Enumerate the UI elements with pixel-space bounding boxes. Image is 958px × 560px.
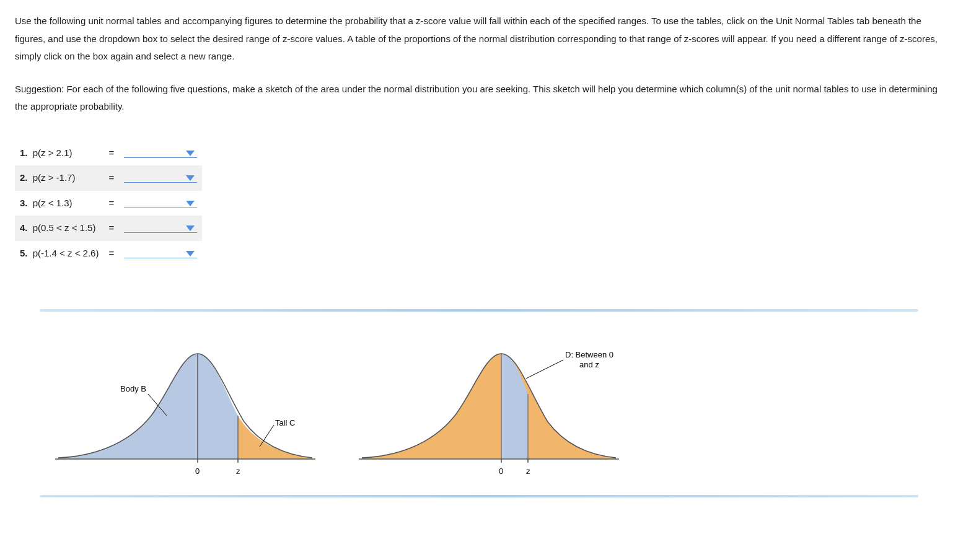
instructions-block: Use the following unit normal tables and… bbox=[15, 12, 943, 116]
answer-dropdown-1[interactable] bbox=[124, 151, 197, 158]
intro-paragraph-1: Use the following unit normal tables and… bbox=[15, 12, 943, 66]
axis-zero-label: 0 bbox=[195, 464, 200, 479]
equals-sign: = bbox=[103, 241, 119, 266]
question-number: 1. bbox=[20, 147, 30, 158]
svg-line-13 bbox=[526, 360, 563, 378]
chevron-down-icon bbox=[186, 175, 195, 181]
question-row-2: 2. p(z > -1.7) = bbox=[15, 165, 202, 191]
questions-table: 1. p(z > 2.1) = 2. p(z > -1.7) = 3. p(z … bbox=[15, 141, 202, 266]
question-number: 5. bbox=[20, 248, 30, 258]
question-expression: p(z > 2.1) bbox=[33, 147, 73, 158]
answer-dropdown-4[interactable] bbox=[124, 225, 197, 233]
figures-section: Body B Tail C 0 z bbox=[15, 309, 943, 497]
equals-sign: = bbox=[103, 141, 119, 166]
normal-curve-figure-1 bbox=[52, 323, 319, 478]
normal-curve-figure-2 bbox=[356, 323, 622, 478]
figure-between: D: Between 0 and z 0 z bbox=[356, 323, 622, 484]
body-b-label: Body B bbox=[120, 382, 146, 397]
axis-z-label: z bbox=[236, 464, 240, 479]
chevron-down-icon bbox=[186, 201, 195, 206]
equals-sign: = bbox=[103, 165, 119, 191]
equals-sign: = bbox=[103, 216, 119, 241]
question-row-3: 3. p(z < 1.3) = bbox=[15, 191, 202, 216]
question-expression: p(z > -1.7) bbox=[33, 172, 76, 183]
question-row-5: 5. p(-1.4 < z < 2.6) = bbox=[15, 241, 202, 266]
chevron-down-icon bbox=[186, 151, 195, 156]
between-d-label-line1: D: Between 0 bbox=[565, 350, 613, 359]
answer-dropdown-3[interactable] bbox=[124, 201, 197, 208]
question-number: 4. bbox=[20, 222, 30, 233]
question-number: 3. bbox=[20, 198, 30, 208]
chevron-down-icon bbox=[186, 225, 195, 231]
intro-paragraph-2: Suggestion: For each of the following fi… bbox=[15, 81, 943, 116]
answer-dropdown-5[interactable] bbox=[124, 251, 197, 258]
chevron-down-icon bbox=[186, 251, 195, 256]
question-expression: p(0.5 < z < 1.5) bbox=[33, 222, 96, 233]
answer-dropdown-2[interactable] bbox=[124, 175, 197, 183]
between-d-label-line2: and z bbox=[565, 360, 613, 370]
question-row-4: 4. p(0.5 < z < 1.5) = bbox=[15, 216, 202, 241]
tail-c-label: Tail C bbox=[275, 416, 296, 431]
equals-sign: = bbox=[103, 191, 119, 216]
question-expression: p(-1.4 < z < 2.6) bbox=[33, 248, 99, 258]
question-expression: p(z < 1.3) bbox=[33, 198, 73, 208]
question-number: 2. bbox=[20, 172, 30, 183]
figure-body-tail: Body B Tail C 0 z bbox=[52, 323, 319, 484]
divider-bottom bbox=[40, 495, 918, 497]
axis-z-label-2: z bbox=[526, 464, 530, 479]
axis-zero-label-2: 0 bbox=[499, 464, 503, 479]
between-d-label: D: Between 0 and z bbox=[565, 350, 613, 369]
question-row-1: 1. p(z > 2.1) = bbox=[15, 141, 202, 166]
